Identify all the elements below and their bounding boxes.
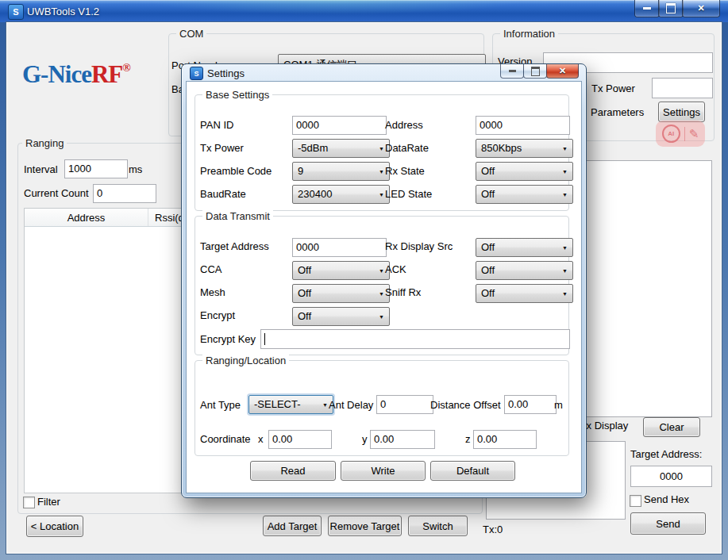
- coord-x-label: x: [258, 433, 264, 446]
- datarate-select[interactable]: 850Kbps ▼: [476, 139, 573, 158]
- target-address-field[interactable]: 0000: [630, 466, 712, 487]
- chevron-down-icon: ▼: [559, 291, 568, 297]
- coord-y-label: y: [362, 433, 368, 446]
- coordinate-label: Coordinate: [200, 433, 251, 446]
- encrypt-key-label: Encrypt Key: [200, 333, 256, 346]
- ant-delay-field[interactable]: 0: [376, 395, 433, 414]
- dlg-target-address-label: Target Address: [200, 240, 269, 253]
- rx-state-select[interactable]: Off ▼: [476, 162, 573, 181]
- address-field[interactable]: 0000: [476, 116, 570, 135]
- encrypt-key-field[interactable]: [260, 329, 570, 349]
- chevron-down-icon: ▼: [559, 192, 568, 198]
- encrypt-label: Encrypt: [200, 309, 235, 322]
- address-label: Address: [385, 119, 423, 132]
- filter-checkbox[interactable]: [23, 497, 35, 508]
- clear-button[interactable]: Clear: [643, 417, 700, 437]
- distance-offset-label: Distance Offset: [430, 399, 501, 412]
- registered-icon: ®: [122, 62, 130, 74]
- coord-x-field[interactable]: 0.00: [268, 430, 332, 449]
- chevron-down-icon: ▼: [376, 146, 384, 152]
- current-count-field[interactable]: 0: [93, 184, 156, 203]
- preamble-code-value: 9: [298, 165, 303, 178]
- interval-label: Interval: [24, 163, 58, 176]
- tx-power-select[interactable]: -5dBm ▼: [292, 139, 390, 158]
- dialog-maximize-icon: [531, 67, 540, 76]
- read-button[interactable]: Read: [250, 461, 336, 481]
- rx-display-src-select[interactable]: Off ▼: [476, 238, 573, 257]
- add-target-button[interactable]: Add Target: [263, 516, 322, 536]
- pencil-icon: ✎: [689, 127, 699, 141]
- tx-power-field[interactable]: [652, 78, 713, 98]
- dialog-close-icon: ✕: [559, 67, 566, 75]
- coord-z-field[interactable]: 0.00: [473, 430, 537, 449]
- chevron-down-icon: ▼: [559, 169, 568, 175]
- maximize-icon: [666, 3, 676, 13]
- sniff-rx-select[interactable]: Off ▼: [476, 284, 573, 303]
- interval-unit-label: ms: [129, 163, 142, 176]
- logo-text-red: RF: [91, 60, 122, 88]
- interval-field[interactable]: 1000: [64, 159, 128, 178]
- settings-button[interactable]: Settings: [658, 102, 705, 122]
- datarate-label: DataRate: [385, 142, 429, 155]
- current-count-label: Current Count: [24, 187, 89, 200]
- app-icon-letter: S: [13, 7, 18, 17]
- pan-id-field[interactable]: 0000: [292, 116, 387, 135]
- information-group-title: Information: [500, 28, 558, 40]
- send-button[interactable]: Send: [630, 512, 706, 535]
- minimize-button[interactable]: [634, 0, 660, 17]
- ant-type-select[interactable]: -SELECT- ▼: [248, 395, 333, 414]
- write-button[interactable]: Write: [341, 461, 426, 481]
- ant-delay-value: 0: [380, 398, 386, 411]
- led-state-select[interactable]: Off ▼: [476, 185, 573, 204]
- chevron-down-icon: ▼: [376, 192, 384, 198]
- rx-display-src-label: Rx Display Src: [385, 240, 453, 253]
- ai-edit-overlay: AI ✎: [656, 121, 705, 147]
- chevron-down-icon: ▼: [376, 268, 384, 274]
- ant-type-label: Ant Type: [200, 399, 241, 412]
- dialog-maximize-button[interactable]: [523, 64, 547, 79]
- maximize-button[interactable]: [658, 0, 684, 17]
- preamble-code-select[interactable]: 9 ▼: [292, 162, 390, 181]
- default-button[interactable]: Default: [430, 461, 515, 481]
- ack-label: ACK: [385, 263, 406, 276]
- rx-state-label: Rx State: [385, 165, 425, 178]
- sniff-rx-value: Off: [481, 287, 495, 300]
- tx-power-select-value: -5dBm: [298, 142, 328, 155]
- rx-state-value: Off: [481, 165, 495, 178]
- dialog-close-button[interactable]: ✕: [546, 64, 579, 79]
- data-transmit-title: Data Transmit: [202, 210, 273, 223]
- logo-text-blue: G-Nice: [22, 60, 91, 88]
- mesh-select[interactable]: Off ▼: [292, 284, 390, 303]
- main-titlebar[interactable]: [0, 0, 728, 22]
- ant-delay-label: Ant Delay: [329, 399, 373, 412]
- app-window: S UWBTools V1.2 ✕ G-NiceRF® COM Port Num…: [0, 0, 728, 560]
- cca-select[interactable]: Off ▼: [292, 261, 390, 280]
- ranging-location-title: Ranging/Location: [202, 355, 289, 367]
- baudrate-select[interactable]: 230400 ▼: [292, 185, 390, 204]
- dialog-minimize-button[interactable]: [500, 64, 524, 79]
- dlg-target-address-field[interactable]: 0000: [292, 238, 387, 257]
- distance-offset-field[interactable]: 0.00: [504, 395, 557, 414]
- datarate-select-value: 850Kbps: [481, 142, 522, 155]
- app-icon: S: [8, 4, 24, 20]
- encrypt-select[interactable]: Off ▼: [292, 307, 390, 326]
- switch-button[interactable]: Switch: [408, 516, 468, 536]
- chevron-down-icon: ▼: [559, 245, 568, 251]
- parameters-label: Parameters: [591, 106, 644, 119]
- ack-select[interactable]: Off ▼: [476, 261, 573, 280]
- coord-z-label: z: [465, 433, 471, 446]
- overlay-divider: [684, 127, 685, 141]
- column-header-address[interactable]: Address: [25, 209, 148, 226]
- chevron-down-icon: ▼: [559, 146, 568, 152]
- location-button[interactable]: < Location: [26, 516, 83, 537]
- close-icon: ✕: [697, 4, 704, 13]
- close-button[interactable]: ✕: [682, 0, 720, 17]
- send-hex-checkbox[interactable]: [630, 495, 641, 507]
- dialog-app-icon: S: [190, 67, 203, 80]
- distance-unit-label: m: [554, 399, 563, 412]
- remove-target-button[interactable]: Remove Target: [328, 516, 402, 536]
- coord-y-field[interactable]: 0.00: [370, 430, 435, 449]
- base-settings-title: Base Settings: [202, 89, 272, 102]
- chevron-down-icon: ▼: [376, 291, 384, 297]
- led-state-value: Off: [481, 188, 495, 201]
